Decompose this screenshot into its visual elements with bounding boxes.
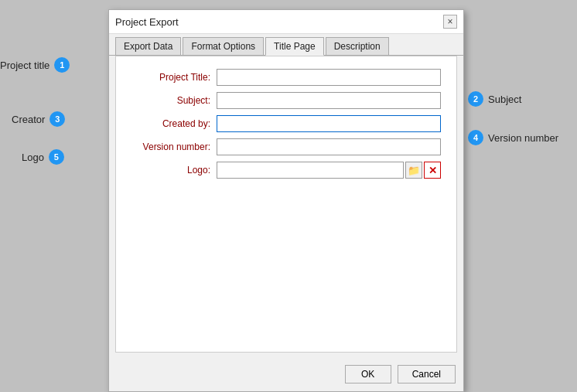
tab-title-page[interactable]: Title Page <box>265 37 324 56</box>
project-title-row: Project Title: <box>131 69 441 86</box>
cancel-button[interactable]: Cancel <box>398 365 456 383</box>
version-number-label: Version number: <box>131 141 217 152</box>
dialog-footer: OK Cancel <box>109 359 463 391</box>
annotation-label-text: Logo <box>22 152 44 163</box>
annotation-badge-2: 2 <box>468 91 483 107</box>
tab-format-options[interactable]: Format Options <box>183 37 264 55</box>
dialog-titlebar: Project Export × <box>109 10 463 34</box>
created-by-row: Created by: <box>131 115 441 132</box>
annotation-badge-3: 3 <box>50 111 65 127</box>
annotation-logo: Logo 5 <box>22 149 64 165</box>
project-title-input[interactable] <box>217 69 441 86</box>
annotation-label-text: Version number <box>488 132 558 144</box>
annotation-badge-4: 4 <box>468 130 483 145</box>
created-by-input[interactable] <box>217 115 441 132</box>
close-button[interactable]: × <box>443 15 457 29</box>
dialog-content: Project Title: Subject: Created by: Vers… <box>115 56 457 353</box>
logo-input[interactable] <box>217 162 404 179</box>
tab-bar: Export Data Format Options Title Page De… <box>109 34 463 56</box>
ok-button[interactable]: OK <box>345 365 391 383</box>
tab-description[interactable]: Description <box>326 37 389 55</box>
annotation-label-text: Subject <box>488 94 521 105</box>
annotation-label-text: Project title <box>0 60 50 71</box>
logo-input-group: 📁 ✕ <box>217 162 441 179</box>
logo-row: Logo: 📁 ✕ <box>131 162 441 179</box>
annotation-badge-1: 1 <box>54 57 70 73</box>
annotation-subject: 2 Subject <box>468 91 521 107</box>
annotation-creator: Creator 3 <box>12 111 65 127</box>
logo-browse-button[interactable]: 📁 <box>405 162 422 179</box>
annotation-label-text: Creator <box>12 114 45 125</box>
created-by-label: Created by: <box>131 118 217 129</box>
logo-label: Logo: <box>131 165 217 176</box>
annotation-project-title: Project title 1 <box>0 57 70 73</box>
version-number-input[interactable] <box>217 138 441 155</box>
annotation-version-number: 4 Version number <box>468 130 558 145</box>
content-spacer <box>131 185 441 339</box>
dialog-title: Project Export <box>115 16 179 28</box>
version-number-row: Version number: <box>131 138 441 155</box>
subject-input[interactable] <box>217 92 441 109</box>
subject-row: Subject: <box>131 92 441 109</box>
tab-export-data[interactable]: Export Data <box>115 37 181 55</box>
subject-label: Subject: <box>131 95 217 106</box>
project-export-dialog: Project Export × Export Data Format Opti… <box>108 9 464 392</box>
annotation-badge-5: 5 <box>49 149 64 165</box>
project-title-label: Project Title: <box>131 72 217 83</box>
logo-clear-button[interactable]: ✕ <box>424 162 441 179</box>
